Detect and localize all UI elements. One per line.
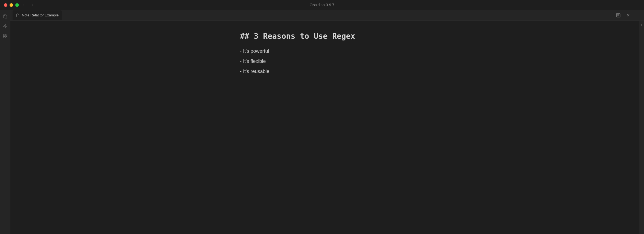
main-content: Note Refactor Example <box>10 10 644 234</box>
close-icon <box>626 13 630 17</box>
sidebar-item-files[interactable] <box>1 12 10 21</box>
grid-icon <box>3 34 8 39</box>
document-icon <box>16 13 20 17</box>
svg-point-5 <box>5 26 5 27</box>
active-tab[interactable]: Note Refactor Example <box>13 10 62 20</box>
list-item-0: - It's powerful <box>240 48 409 54</box>
svg-point-1 <box>3 26 4 27</box>
list-item-1: - It's flexible <box>240 58 409 64</box>
title-bar: ← → Obsidian 0.9.7 <box>0 0 644 10</box>
svg-point-24 <box>638 16 638 17</box>
close-button[interactable] <box>624 11 632 19</box>
sidebar-item-graph[interactable] <box>1 22 10 31</box>
svg-rect-14 <box>3 37 5 38</box>
right-sidebar-toggle[interactable]: › <box>641 23 642 27</box>
reading-view-icon <box>616 13 621 18</box>
more-options-button[interactable] <box>634 11 642 19</box>
doc-list: - It's powerful - It's flexible - It's r… <box>240 48 409 74</box>
editor-inner: ## 3 Reasons to Use Regex - It's powerfu… <box>229 32 420 223</box>
svg-point-23 <box>638 15 638 16</box>
more-options-icon <box>636 13 640 17</box>
editor-area[interactable]: ## 3 Reasons to Use Regex - It's powerfu… <box>10 21 639 234</box>
app-title: Obsidian 0.9.7 <box>310 3 334 7</box>
traffic-light-red[interactable] <box>4 3 7 7</box>
svg-line-11 <box>5 25 6 26</box>
svg-point-22 <box>638 14 638 14</box>
back-button[interactable]: ← <box>22 2 26 7</box>
svg-point-2 <box>5 24 5 25</box>
title-bar-nav: ← → <box>22 2 34 7</box>
tab-label: Note Refactor Example <box>22 13 58 17</box>
svg-point-3 <box>6 26 7 27</box>
svg-point-4 <box>5 27 5 28</box>
traffic-light-yellow[interactable] <box>10 3 13 7</box>
graph-icon <box>3 24 8 29</box>
traffic-light-green[interactable] <box>15 3 19 7</box>
reading-view-button[interactable] <box>614 11 622 19</box>
toolbar-actions <box>614 11 642 19</box>
content-wrapper: ## 3 Reasons to Use Regex - It's powerfu… <box>10 21 644 234</box>
svg-rect-13 <box>5 34 7 36</box>
forward-button[interactable]: → <box>30 2 34 7</box>
svg-rect-0 <box>4 15 6 18</box>
svg-rect-12 <box>3 34 5 36</box>
traffic-lights <box>4 3 19 7</box>
left-sidebar <box>0 10 10 234</box>
right-sidebar: › <box>639 21 644 234</box>
svg-line-10 <box>4 25 5 26</box>
sidebar-item-grid[interactable] <box>1 32 10 40</box>
app-body: Note Refactor Example <box>0 10 644 234</box>
files-icon <box>3 14 8 19</box>
doc-heading: ## 3 Reasons to Use Regex <box>240 32 409 41</box>
list-item-2: - It's reusable <box>240 69 409 74</box>
svg-rect-15 <box>5 37 7 38</box>
tab-bar: Note Refactor Example <box>10 10 644 21</box>
